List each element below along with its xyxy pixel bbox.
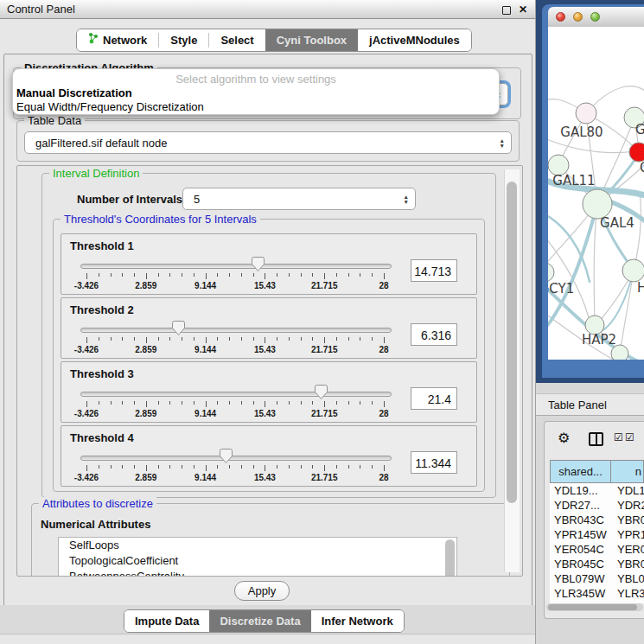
table-row[interactable]: YBL079WYBL0: [550, 571, 644, 586]
float-window-icon[interactable]: [502, 6, 511, 15]
table-cell[interactable]: YBL079W: [550, 571, 611, 586]
table-cell[interactable]: YLR345W: [550, 586, 611, 601]
network-node[interactable]: [548, 263, 554, 282]
list-item[interactable]: SelfLoops: [59, 538, 456, 553]
settings-scrollbar-thumb[interactable]: [507, 182, 517, 503]
network-node[interactable]: [583, 189, 612, 219]
split-columns-icon[interactable]: [589, 432, 603, 446]
table-cell[interactable]: YDL19...: [550, 483, 611, 498]
table-row[interactable]: YPR145WYPR1: [550, 527, 644, 542]
column-header-shared-name[interactable]: shared...: [550, 460, 611, 483]
table-cell[interactable]: YDR2: [611, 498, 644, 513]
slider-tick: [217, 273, 218, 277]
zoom-window-icon[interactable]: [590, 12, 600, 22]
tab-infer-network[interactable]: Infer Network: [311, 610, 404, 632]
slider-tick: [289, 401, 290, 405]
slider-track[interactable]: [80, 456, 392, 461]
tab-select[interactable]: Select: [209, 29, 265, 51]
slider-thumb[interactable]: [315, 385, 328, 399]
close-panel-icon[interactable]: ✕: [519, 3, 527, 16]
table-row[interactable]: YBR043CYBR0: [550, 513, 644, 527]
slider-tick: [217, 465, 218, 469]
numerical-attributes-list[interactable]: SelfLoops TopologicalCoefficient Between…: [58, 537, 457, 577]
slider-tick: [217, 337, 218, 341]
slider-thumb[interactable]: [172, 321, 185, 335]
checkbox-icon[interactable]: ☑: [625, 431, 634, 443]
slider-tick: [99, 401, 99, 405]
slider-thumb[interactable]: [252, 257, 265, 271]
apply-button[interactable]: Apply: [234, 581, 290, 601]
slider-tick: [360, 273, 360, 277]
checkbox-icon[interactable]: ☑: [614, 431, 623, 443]
table-cell[interactable]: YDL1: [611, 483, 644, 498]
network-node[interactable]: [576, 103, 596, 124]
network-node-selected[interactable]: [629, 143, 644, 162]
table-row[interactable]: YER054CYER0: [550, 542, 644, 557]
slider-thumb[interactable]: [220, 449, 233, 463]
table-data-group-title: Table Data: [24, 114, 85, 127]
slider-tick: [194, 337, 194, 341]
dropdown-option-manual-discretization[interactable]: Manual Discretization: [13, 86, 499, 100]
table-cell[interactable]: YER054C: [550, 542, 611, 557]
table-cell[interactable]: YBR043C: [550, 513, 611, 527]
table-cell[interactable]: YPR145W: [550, 527, 611, 542]
minimize-window-icon[interactable]: [573, 12, 583, 22]
tab-network[interactable]: Network: [77, 29, 158, 51]
slider-tick: [206, 465, 207, 471]
settings-gear-icon[interactable]: ⚙: [558, 430, 570, 447]
table-cell[interactable]: YLR3: [611, 586, 644, 601]
threshold-value-field[interactable]: 6.316: [411, 323, 457, 346]
network-node[interactable]: [622, 259, 644, 282]
slider-tick: [372, 337, 373, 341]
table-cell[interactable]: YPR1: [611, 527, 644, 542]
control-panel-title: Control Panel: [7, 3, 75, 16]
tab-discretize-data[interactable]: Discretize Data: [209, 610, 310, 632]
tab-jactivemnodules[interactable]: jActiveMNodules: [358, 29, 471, 51]
settings-scrollbar[interactable]: [504, 169, 520, 572]
interval-definition-title: Interval Definition: [49, 167, 143, 180]
column-header-name[interactable]: n: [611, 460, 644, 483]
table-row[interactable]: YLR345WYLR3: [550, 586, 644, 601]
tab-impute-data[interactable]: Impute Data: [124, 610, 209, 632]
table-cell[interactable]: YBR0: [611, 513, 644, 527]
table-row[interactable]: YDL19...YDL1: [550, 483, 644, 498]
list-scrollbar[interactable]: [445, 539, 455, 577]
dropdown-option-equal-width[interactable]: Equal Width/Frequency Discretization: [13, 100, 499, 114]
slider-track[interactable]: [80, 392, 392, 397]
slider-tick: [122, 401, 123, 405]
slider-tick: [312, 273, 313, 277]
node-table-header: shared... n: [550, 460, 644, 483]
slider-scale-label: 2.859: [124, 281, 168, 290]
table-cell[interactable]: YER0: [611, 542, 644, 557]
slider-tick: [122, 337, 123, 341]
slider-track[interactable]: [80, 328, 392, 333]
slider-scale-label: 2.859: [124, 345, 168, 354]
list-item[interactable]: TopologicalCoefficient: [59, 553, 456, 569]
slider-scale-label: 15.43: [243, 473, 286, 482]
tab-style[interactable]: Style: [159, 29, 208, 51]
table-cell[interactable]: YBR045C: [550, 557, 611, 571]
slider-track[interactable]: [80, 264, 392, 269]
slider-tick: [301, 465, 302, 469]
table-cell[interactable]: YDR27...: [550, 498, 611, 513]
table-cell[interactable]: YBL0: [611, 571, 644, 586]
tab-cyni-toolbox[interactable]: Cyni Toolbox: [265, 29, 358, 51]
threshold-value-field[interactable]: 21.4: [411, 387, 457, 410]
slider-tick: [99, 273, 99, 277]
close-window-icon[interactable]: [556, 12, 565, 22]
table-row[interactable]: YDR27...YDR2: [550, 498, 644, 513]
slider-tick: [241, 273, 242, 277]
list-item[interactable]: BetweennessCentrality: [59, 569, 456, 577]
table-cell[interactable]: YBR0: [611, 557, 644, 571]
slider-tick: [336, 337, 337, 341]
slider-tick: [277, 401, 277, 405]
table-horizontal-scrollbar[interactable]: [546, 603, 643, 611]
table-data-combobox[interactable]: galFiltered.sif default node ▲▼: [24, 131, 512, 154]
network-view-canvas[interactable]: GAL80GCGAL11GAL4GCY1HHAP2: [548, 27, 644, 360]
slider-scale-label: -3.426: [65, 345, 108, 354]
table-horizontal-scrollbar-thumb[interactable]: [548, 604, 637, 610]
table-row[interactable]: YBR045CYBR0: [550, 557, 644, 571]
threshold-value-field[interactable]: 11.344: [411, 451, 457, 474]
threshold-value-field[interactable]: 14.713: [411, 259, 457, 282]
number-of-intervals-combobox[interactable]: 5 ▲▼: [182, 188, 416, 210]
